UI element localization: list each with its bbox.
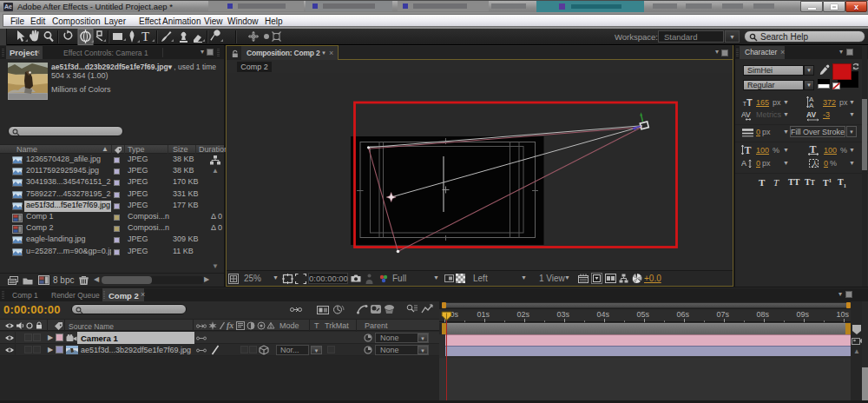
svg-text:T: T <box>745 144 752 155</box>
svg-text:人: 人 <box>811 160 819 168</box>
svg-text:AV: AV <box>741 110 751 119</box>
svg-text:A: A <box>809 102 814 109</box>
svg-text:A: A <box>741 159 746 168</box>
svg-text:T: T <box>141 30 149 43</box>
svg-text:AV: AV <box>806 110 817 119</box>
